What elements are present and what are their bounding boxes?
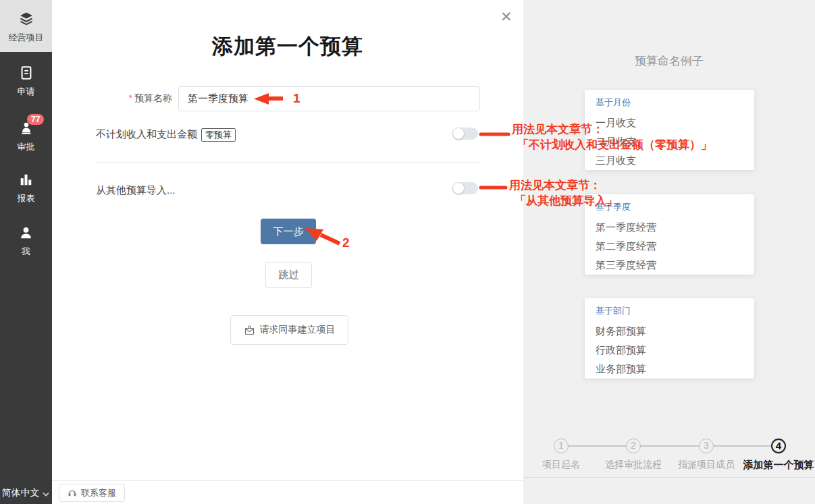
example-card-quarters: 基于季度 第一季度经营 第二季度经营 第三季度经营 (585, 194, 754, 275)
zero-budget-tag: 零预算 (201, 128, 236, 142)
headset-icon (68, 488, 77, 498)
invite-colleague-icon (244, 325, 255, 336)
card-label: 基于季度 (596, 201, 743, 213)
card-label: 基于月份 (596, 96, 743, 109)
examples-panel: 预算命名例子 基于月份 一月收支 二月收支 三月收支 基于季度 第一季度经营 第… (523, 0, 815, 504)
budget-name-label: *预算名称 (117, 92, 172, 105)
step-4-circle: 4 (771, 439, 786, 453)
stepper-connector (714, 445, 771, 447)
examples-panel-title: 预算命名例子 (523, 53, 815, 69)
zero-budget-toggle[interactable] (452, 128, 478, 140)
modal-title: 添加第一个预算 (52, 32, 523, 61)
approval-count-badge: 77 (27, 114, 44, 125)
step-4-label: 添加第一个预算 (743, 459, 814, 472)
sidebar-item-me[interactable]: 我 (0, 225, 52, 258)
card-item: 财务部预算 (596, 322, 743, 341)
step-1-circle: 1 (554, 439, 569, 453)
card-item: 二月收支 (596, 132, 743, 151)
sidebar-item-label: 审批 (0, 141, 52, 153)
required-asterisk: * (129, 92, 132, 103)
step-3-label: 指派项目成员 (678, 459, 735, 471)
layers-icon (18, 11, 35, 27)
step-3-circle: 3 (699, 439, 714, 453)
sidebar-item-apply[interactable]: 申请 (0, 65, 52, 98)
user-icon (18, 225, 34, 242)
step-1-label: 项目起名 (542, 459, 580, 471)
language-selector[interactable]: 简体中文 (0, 487, 52, 499)
skip-button[interactable]: 跳过 (265, 262, 312, 288)
stepper-connector (641, 445, 699, 447)
step-2-label: 选择审批流程 (605, 459, 662, 471)
sidebar-item-projects[interactable]: 经营项目 (0, 0, 52, 52)
next-step-button[interactable]: 下一步 (261, 219, 316, 244)
close-icon[interactable]: ✕ (500, 9, 512, 24)
footer-bar: 联系客服 (52, 480, 523, 504)
chevron-down-icon (42, 491, 50, 497)
budget-name-input[interactable] (178, 86, 480, 111)
card-item: 业务部预算 (596, 360, 743, 379)
request-colleague-button[interactable]: 请求同事建立项目 (230, 315, 348, 345)
card-label: 基于部门 (596, 305, 743, 317)
sidebar-item-reports[interactable]: 报表 (0, 172, 52, 204)
language-label: 简体中文 (2, 487, 40, 498)
sidebar-item-label: 我 (0, 246, 52, 258)
import-budget-label: 从其他预算导入... (96, 184, 176, 197)
bar-chart-icon (18, 172, 34, 188)
sidebar-item-label: 申请 (0, 86, 52, 98)
toggle-knob (453, 183, 464, 194)
add-budget-modal: ✕ 添加第一个预算 *预算名称 不计划收入和支出金额零预算 从其他预算导入...… (52, 0, 523, 504)
import-budget-toggle[interactable] (452, 182, 478, 194)
divider (523, 477, 815, 478)
card-item: 三月收支 (596, 151, 743, 170)
zero-budget-label: 不计划收入和支出金额零预算 (96, 128, 236, 142)
card-item: 第一季度经营 (596, 218, 743, 237)
stepper-connector (569, 445, 626, 447)
example-card-departments: 基于部门 财务部预算 行政部预算 业务部预算 (585, 298, 754, 379)
sidebar-item-approve[interactable]: 77 审批 (0, 121, 52, 153)
card-item: 第二季度经营 (596, 237, 743, 256)
sidebar: 经营项目 申请 77 审批 (0, 0, 52, 504)
sidebar-item-label: 报表 (0, 192, 52, 204)
step-2-circle: 2 (626, 439, 641, 453)
example-card-months: 基于月份 一月收支 二月收支 三月收支 (585, 90, 754, 170)
card-item: 第三季度经营 (596, 256, 743, 275)
card-item: 一月收支 (596, 113, 743, 132)
contact-support-button[interactable]: 联系客服 (59, 484, 125, 502)
app-window: 经营项目 申请 77 审批 (0, 0, 815, 504)
document-icon (19, 65, 34, 82)
card-item: 行政部预算 (596, 341, 743, 360)
sidebar-item-label: 经营项目 (0, 32, 52, 44)
toggle-knob (453, 128, 464, 139)
divider (96, 162, 480, 163)
